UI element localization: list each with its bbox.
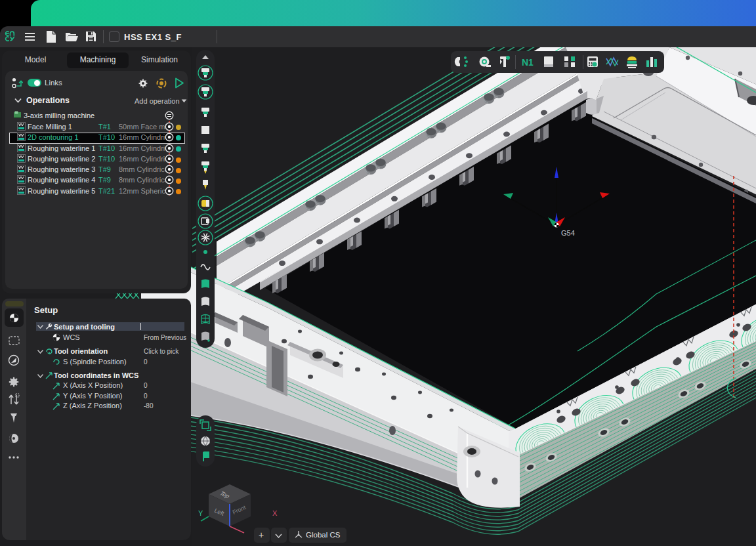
- svg-text:G54: G54: [561, 229, 575, 237]
- svg-text:N1: N1: [522, 57, 534, 68]
- svg-text:X: X: [272, 509, 278, 517]
- svg-text:Y: Y: [198, 509, 203, 517]
